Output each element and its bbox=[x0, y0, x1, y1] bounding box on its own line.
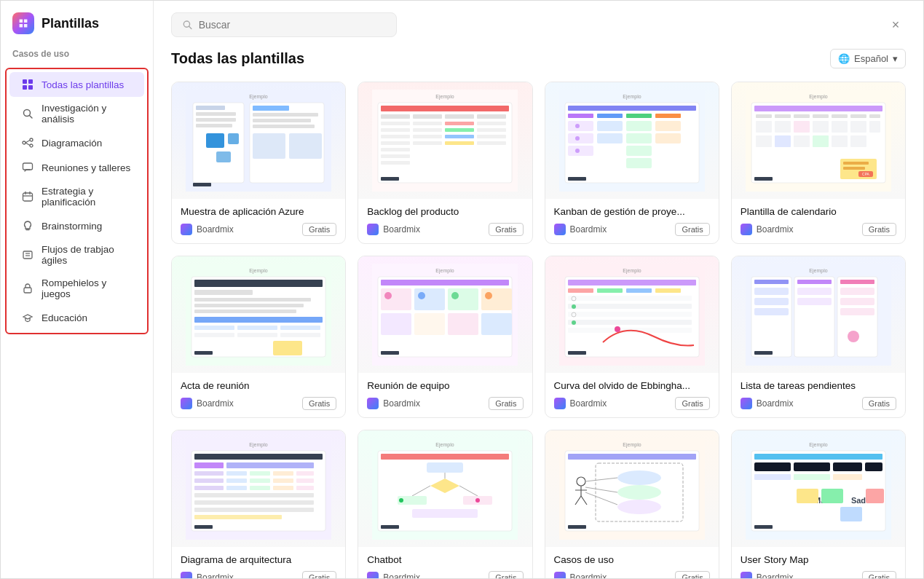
svg-rect-97 bbox=[775, 114, 791, 118]
svg-rect-58 bbox=[413, 135, 442, 138]
svg-rect-132 bbox=[237, 326, 277, 330]
app-title: Plantillas bbox=[42, 16, 99, 31]
svg-rect-210 bbox=[226, 486, 247, 490]
card-brand: Boardmix bbox=[181, 572, 234, 578]
free-badge: Gratis bbox=[302, 397, 336, 410]
svg-rect-230 bbox=[412, 509, 478, 518]
svg-rect-261 bbox=[797, 489, 818, 503]
sidebar-item-flujos-label: Flujos de trabjao ágiles bbox=[42, 244, 133, 266]
sidebar-item-estrategia-label: Estrategia y planificación bbox=[42, 186, 133, 208]
card-thumbnail: Ejemplo bbox=[732, 256, 905, 373]
svg-rect-136 bbox=[280, 333, 320, 337]
sidebar-item-todas[interactable]: Todas las plantillas bbox=[9, 72, 144, 97]
svg-text:Ejemplo: Ejemplo bbox=[809, 94, 827, 100]
svg-rect-86 bbox=[655, 121, 681, 131]
sidebar-item-educacion[interactable]: Educación bbox=[9, 305, 144, 330]
svg-rect-104 bbox=[775, 121, 791, 133]
card-title: Chatbot bbox=[367, 554, 523, 565]
svg-rect-207 bbox=[273, 478, 293, 483]
svg-rect-163 bbox=[655, 288, 681, 293]
template-card[interactable]: Ejemplo bbox=[358, 256, 532, 418]
svg-rect-76 bbox=[655, 114, 681, 118]
sidebar-item-estrategia[interactable]: Estrategia y planificación bbox=[9, 180, 144, 213]
svg-rect-112 bbox=[794, 135, 810, 147]
svg-rect-212 bbox=[273, 486, 293, 490]
template-card[interactable]: Ejemplo bbox=[358, 430, 532, 578]
card-brand: Boardmix bbox=[181, 398, 234, 409]
sidebar-item-flujos[interactable]: Flujos de trabjao ágiles bbox=[9, 238, 144, 272]
svg-rect-32 bbox=[216, 151, 231, 162]
brand-icon bbox=[741, 224, 752, 235]
svg-rect-189 bbox=[840, 298, 874, 305]
template-card[interactable]: Ejemplo bbox=[358, 82, 532, 244]
svg-rect-45 bbox=[381, 114, 410, 119]
sidebar-item-investigacion[interactable]: Investigación y análisis bbox=[9, 97, 144, 130]
search-bar[interactable] bbox=[171, 12, 397, 37]
svg-rect-46 bbox=[413, 114, 442, 119]
svg-rect-127 bbox=[194, 298, 311, 302]
svg-rect-203 bbox=[296, 471, 314, 476]
svg-rect-53 bbox=[381, 128, 410, 132]
brand-icon bbox=[367, 572, 379, 578]
card-thumbnail: Ejemplo bbox=[545, 256, 719, 373]
brand-name: Boardmix bbox=[757, 572, 794, 578]
chat-icon bbox=[21, 161, 34, 174]
template-card[interactable]: Ejemplo bbox=[731, 82, 906, 244]
card-brand: Boardmix bbox=[741, 224, 794, 235]
template-card[interactable]: Ejemplo bbox=[171, 256, 346, 418]
sidebar-item-reuniones[interactable]: Reuniones y talleres bbox=[9, 155, 144, 180]
svg-point-154 bbox=[485, 292, 492, 299]
svg-rect-118 bbox=[843, 167, 865, 170]
svg-rect-184 bbox=[754, 298, 789, 305]
language-selector[interactable]: 🌐 Español ▾ bbox=[830, 49, 906, 68]
search-icon bbox=[21, 107, 34, 120]
free-badge: Gratis bbox=[675, 223, 709, 236]
template-card[interactable]: Ejemplo Mad Sad bbox=[731, 430, 906, 578]
svg-rect-100 bbox=[832, 114, 848, 118]
svg-rect-146 bbox=[481, 288, 512, 310]
close-button[interactable]: × bbox=[885, 15, 906, 35]
card-title: Kanban de gestión de proye... bbox=[554, 206, 710, 217]
svg-rect-60 bbox=[477, 135, 506, 138]
card-footer: Boardmix Gratis bbox=[181, 397, 336, 410]
template-card[interactable]: Ejemplo bbox=[545, 430, 719, 578]
svg-rect-26 bbox=[196, 106, 225, 110]
svg-rect-185 bbox=[754, 308, 789, 315]
svg-rect-197 bbox=[194, 462, 224, 468]
svg-rect-3 bbox=[28, 85, 33, 90]
svg-text:Ejemplo: Ejemplo bbox=[623, 442, 641, 448]
svg-rect-211 bbox=[250, 486, 270, 490]
svg-text:Ejemplo: Ejemplo bbox=[249, 94, 267, 100]
brand-icon bbox=[181, 572, 192, 578]
svg-rect-222 bbox=[381, 454, 509, 460]
brand-icon bbox=[741, 398, 752, 409]
card-title: User Story Map bbox=[741, 554, 896, 565]
template-card[interactable]: Ejemplo bbox=[545, 82, 719, 244]
svg-rect-80 bbox=[597, 121, 623, 131]
svg-rect-64 bbox=[477, 141, 506, 145]
svg-rect-79 bbox=[568, 146, 593, 156]
svg-rect-28 bbox=[196, 118, 236, 122]
template-card[interactable]: Ejemplo bbox=[171, 430, 346, 578]
template-card[interactable]: Ejemplo bbox=[731, 256, 906, 418]
free-badge: Gratis bbox=[675, 571, 709, 578]
svg-point-7 bbox=[30, 138, 33, 141]
svg-rect-83 bbox=[626, 133, 652, 143]
app-logo bbox=[12, 12, 34, 34]
svg-rect-202 bbox=[273, 471, 293, 476]
svg-rect-217 bbox=[194, 515, 282, 519]
template-card[interactable]: Ejemplo bbox=[545, 256, 719, 418]
sidebar-item-rompehielos[interactable]: Rompehielos y juegos bbox=[9, 272, 144, 305]
svg-text:Ejemplo: Ejemplo bbox=[249, 442, 267, 448]
card-body: Kanban de gestión de proye... Boardmix G… bbox=[545, 199, 719, 243]
svg-rect-98 bbox=[794, 114, 810, 118]
sidebar-item-brainstorming[interactable]: Brainstorming bbox=[9, 213, 144, 238]
sidebar-item-diagramacion[interactable]: Diagramación bbox=[9, 130, 144, 155]
template-card[interactable]: Ejemplo bbox=[171, 82, 346, 244]
brand-name: Boardmix bbox=[197, 398, 234, 409]
sidebar-item-brainstorming-label: Brainstorming bbox=[42, 221, 133, 232]
sidebar-item-educacion-label: Educación bbox=[42, 312, 133, 323]
svg-rect-254 bbox=[754, 454, 882, 460]
brand-name: Boardmix bbox=[383, 398, 420, 409]
search-input[interactable] bbox=[199, 19, 386, 31]
